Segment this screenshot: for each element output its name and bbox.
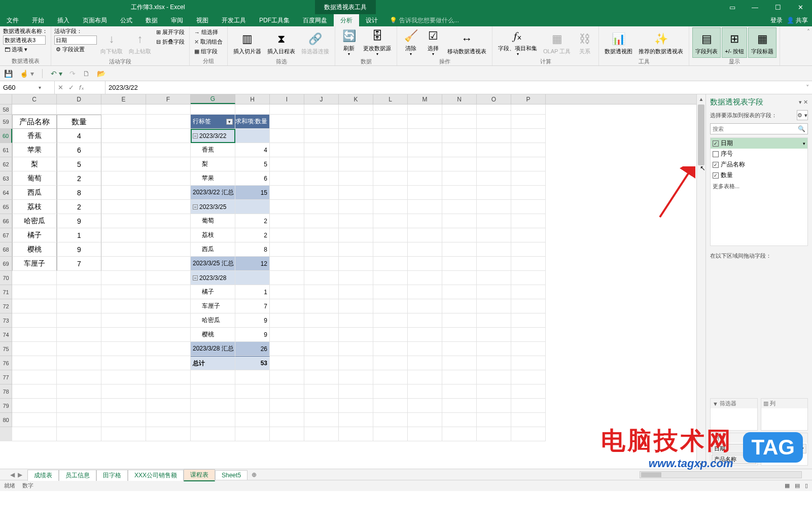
field-settings-button[interactable]: ⚙字段设置 [54,45,97,54]
taskpane-close-icon[interactable]: ✕ [803,99,808,105]
pivot-item[interactable]: 葡萄 [191,214,235,228]
pivot-val[interactable]: 2 [235,228,270,242]
tab-view[interactable]: 视图 [190,14,215,26]
cell[interactable]: 2 [57,171,101,186]
cell[interactable]: 苹果 [12,143,57,157]
insert-timeline-button[interactable]: ⧗插入日程表 [265,27,298,58]
tab-file[interactable]: 文件 [0,14,25,26]
taskpane-options-icon[interactable]: ▾ [799,99,802,105]
col-header-K[interactable]: K [339,94,373,104]
pt-name-input[interactable] [3,36,46,45]
row-header[interactable]: 58 [0,104,12,115]
zone-filter[interactable]: ▼筛选器 [710,398,758,431]
dropdown-icon[interactable]: ▾ [751,456,754,463]
col-header-J[interactable]: J [304,94,339,104]
sheet-tab-active[interactable]: 课程表 [184,469,215,481]
pivot-item[interactable]: 香蕉 [191,143,235,157]
row-header[interactable]: 68 [0,242,12,257]
touch-mode-icon[interactable]: ☝ ▾ [20,69,34,78]
row-header[interactable]: 72 [0,299,12,313]
tab-layout[interactable]: 页面布局 [76,14,114,26]
save-icon[interactable]: 💾 [4,69,13,78]
prev-sheet-icon[interactable]: ◀ [10,471,15,478]
field-item-seq[interactable]: 序号 [711,149,807,159]
relations-button[interactable]: ⛓关系 [574,27,595,58]
cell[interactable]: 8 [57,186,101,200]
row-header[interactable]: 76 [0,356,12,370]
vertical-scrollbar[interactable]: ▲ ▼ [696,94,705,469]
dropdown-icon[interactable]: ▾ [801,445,804,452]
tab-review[interactable]: 审阅 [164,14,190,26]
pivot-val[interactable]: 1 [235,285,270,299]
pivot-subtotal[interactable]: 2023/3/22 汇总 [191,186,235,200]
add-sheet-button[interactable]: ⊕ [248,471,261,478]
row-header[interactable]: 80 [0,413,12,427]
tab-pdf[interactable]: PDF工具集 [253,14,296,26]
expand-field-button[interactable]: ⊞展开字段 [155,27,186,37]
row-header[interactable]: 78 [0,384,12,399]
cell[interactable]: 1 [57,228,101,242]
data-head-name[interactable]: 产品名称 [12,115,57,129]
cell[interactable]: 2 [57,200,101,214]
cell[interactable]: 香蕉 [12,129,57,143]
field-item-qty[interactable]: 数量 [711,170,807,181]
field-search[interactable]: 🔍 [710,123,808,134]
cell[interactable]: 樱桃 [12,242,57,257]
worksheet-grid[interactable]: C D E F G H I J K L M N O P 58 59 60 61 … [0,94,696,469]
cancel-icon[interactable]: ✕ [58,84,63,91]
sheet-tab[interactable]: 员工信息 [59,470,96,481]
col-header-P[interactable]: P [511,94,546,104]
tab-dev[interactable]: 开发工具 [215,14,253,26]
tab-home[interactable]: 开始 [25,14,51,26]
col-header-G[interactable]: G [191,94,235,104]
olap-button[interactable]: ▦OLAP 工具 [541,27,573,58]
pivot-date[interactable]: −2023/3/22 [191,129,235,143]
fx-icon[interactable]: fₓ [79,84,84,91]
row-header[interactable]: 70 [0,271,12,285]
tell-me[interactable]: 💡告诉我您想要做什么... [384,14,464,26]
checkbox-icon[interactable] [713,162,719,168]
pivot-item[interactable]: 苹果 [191,171,235,186]
col-header-N[interactable]: N [442,94,477,104]
share-button[interactable]: 👤 共享 [787,16,808,25]
zone-columns[interactable]: ▥列 [761,398,808,431]
name-box[interactable]: ▾ [0,81,55,94]
field-item-product[interactable]: 产品名称 [711,159,807,170]
cell[interactable]: 荔枝 [12,200,57,214]
ungroup-button[interactable]: ⤫取消组合 [193,37,224,47]
cell[interactable]: 9 [57,242,101,257]
col-header-O[interactable]: O [477,94,511,104]
options-button[interactable]: 🗔选项 ▾ [3,45,48,54]
open-icon[interactable]: 📂 [97,69,105,78]
pivot-val[interactable] [235,129,270,143]
zone-item[interactable]: 产品名称▾ [712,454,756,464]
drill-up-button[interactable]: ↑向上钻取 [126,27,154,58]
tab-insert[interactable]: 插入 [51,14,76,26]
close-button[interactable]: ✕ [789,0,812,14]
col-header-C[interactable]: C [12,94,57,104]
active-field-input[interactable] [54,36,97,45]
row-header[interactable]: 79 [0,399,12,413]
row-header[interactable]: 64 [0,186,12,200]
pivotchart-button[interactable]: 📊数据透视图 [602,27,635,58]
layout-gear-button[interactable]: ⚙ ▾ [797,110,808,120]
col-header-M[interactable]: M [408,94,442,104]
pivot-val[interactable]: 9 [235,328,270,342]
pivot-grandtotal[interactable]: 总计 [191,356,235,370]
pivot-date[interactable]: −2023/3/28 [191,271,235,285]
pivot-val[interactable]: 5 [235,157,270,171]
fields-items-button[interactable]: 𝑓ₓ字段、项目和集▾ [496,27,540,58]
hscroll-thumb[interactable] [641,472,661,477]
tab-baidu[interactable]: 百度网盘 [296,14,334,26]
col-header-D[interactable]: D [57,94,101,104]
col-header-H[interactable]: H [235,94,270,104]
col-header-E[interactable]: E [101,94,146,104]
row-header[interactable]: 71 [0,285,12,299]
pivot-grandtotal-val[interactable]: 53 [235,356,270,370]
redo-icon[interactable]: ↷ [69,69,76,78]
filter-connections-button[interactable]: 🔗筛选器连接 [299,27,332,58]
cell[interactable]: 6 [57,143,101,157]
dropdown-icon[interactable]: ▾ [751,445,754,452]
drill-down-button[interactable]: ↓向下钻取 [98,27,125,58]
sheet-tab[interactable]: 成绩表 [27,470,59,481]
